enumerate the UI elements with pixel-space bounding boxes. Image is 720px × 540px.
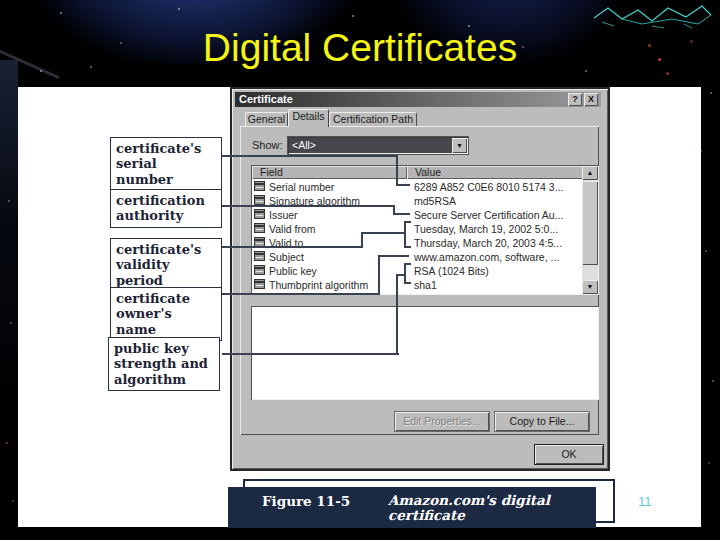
column-header-field[interactable]: Field: [252, 166, 407, 179]
field-name: Issuer: [269, 208, 298, 222]
show-dropdown-value: <All>: [292, 139, 316, 151]
show-dropdown[interactable]: <All> ▼: [288, 137, 468, 154]
field-value: sha1: [414, 278, 437, 292]
table-row[interactable]: Public key RSA (1024 Bits): [253, 264, 583, 278]
callout-line: [393, 213, 410, 215]
field-name: Public key: [269, 264, 317, 278]
field-value: www.amazon.com, software, ...: [414, 250, 559, 264]
figure-number: Figure 11-5: [262, 493, 350, 509]
table-row[interactable]: Valid from Tuesday, March 19, 2002 5:0..…: [253, 222, 583, 236]
callout-bracket: [404, 263, 411, 265]
callout-line: [361, 232, 405, 234]
label-owner-name: certificate owner's name: [110, 287, 222, 341]
left-edge-glow: [0, 60, 18, 460]
certificate-dialog: Certificate ? X General Details Certific…: [230, 87, 610, 471]
page-number: 11: [638, 494, 668, 509]
label-certification-authority: certification authority: [110, 189, 222, 228]
scroll-down-icon[interactable]: ▼: [582, 280, 598, 294]
scroll-up-icon[interactable]: ▲: [582, 166, 598, 180]
field-value: RSA (1024 Bits): [414, 264, 489, 278]
figure-title: Amazon.com's digital certificate: [388, 493, 568, 523]
show-label: Show:: [252, 139, 283, 151]
label-serial-number: certificate's serial number: [110, 137, 222, 191]
edit-properties-button[interactable]: Edit Properties...: [395, 412, 489, 431]
details-tab-page: Show: <All> ▼ Field Value Serial number …: [240, 126, 599, 435]
tab-general[interactable]: General: [245, 112, 288, 127]
callout-bracket: [404, 221, 411, 223]
field-icon: [254, 223, 265, 233]
tab-certification-path[interactable]: Certification Path: [329, 112, 417, 127]
callout-line: [378, 255, 409, 257]
scrollbar-thumb[interactable]: [582, 181, 598, 265]
chevron-down-icon[interactable]: ▼: [452, 138, 467, 153]
field-value: 6289 A852 C0E6 8010 5174 3...: [414, 180, 563, 194]
callout-line: [396, 184, 410, 186]
close-icon[interactable]: X: [584, 93, 598, 106]
field-value: md5RSA: [414, 194, 456, 208]
field-value: Secure Server Certification Au...: [414, 208, 563, 222]
callout-line: [396, 274, 398, 355]
copy-to-file-button[interactable]: Copy to File...: [495, 412, 589, 431]
callout-line: [396, 155, 398, 186]
tab-details[interactable]: Details: [288, 109, 329, 127]
callout-bracket: [404, 282, 411, 284]
vertical-scrollbar[interactable]: ▲ ▼: [582, 166, 598, 294]
callout-line: [222, 205, 395, 207]
table-row[interactable]: Thumbprint algorithm sha1: [253, 278, 583, 292]
table-row[interactable]: Serial number 6289 A852 C0E6 8010 5174 3…: [253, 180, 583, 194]
field-icon: [254, 195, 265, 205]
ok-button[interactable]: OK: [535, 445, 603, 464]
callout-line: [222, 155, 398, 157]
table-row[interactable]: Issuer Secure Server Certification Au...: [253, 208, 583, 222]
dialog-title: Certificate: [239, 93, 293, 105]
callout-bracket: [404, 246, 411, 248]
label-public-key-strength: public key strength and algorithm: [108, 337, 220, 391]
slide-title: Digital Certificates: [0, 26, 720, 70]
field-icon: [254, 251, 265, 261]
callout-line: [222, 293, 380, 295]
callout-line: [361, 232, 363, 248]
engine-sparks: [0, 0, 3, 3]
field-icon: [254, 181, 265, 191]
field-name: Valid from: [269, 222, 316, 236]
callout-bracket: [404, 263, 406, 284]
certificate-fields-table: Field Value Serial number 6289 A852 C0E6…: [251, 165, 599, 295]
callout-line: [222, 353, 399, 355]
callout-bracket: [404, 221, 406, 248]
column-header-value[interactable]: Value: [407, 166, 583, 179]
field-name: Serial number: [269, 180, 334, 194]
table-row[interactable]: Subject www.amazon.com, software, ...: [253, 250, 583, 264]
label-validity-period: certificate's validity period: [110, 238, 222, 292]
callout-line: [378, 255, 380, 295]
dialog-titlebar[interactable]: Certificate: [235, 92, 601, 107]
field-value: Tuesday, March 19, 2002 5:0...: [414, 222, 558, 236]
field-name: Subject: [269, 250, 304, 264]
field-icon: [254, 209, 265, 219]
field-name: Thumbprint algorithm: [269, 278, 368, 292]
field-value: Thursday, March 20, 2003 4:5...: [414, 236, 562, 250]
callout-line: [222, 246, 363, 248]
field-icon: [254, 279, 265, 289]
help-icon[interactable]: ?: [568, 93, 582, 106]
field-icon: [254, 265, 265, 275]
figure-caption: Figure 11-5 Amazon.com's digital certifi…: [228, 487, 596, 528]
